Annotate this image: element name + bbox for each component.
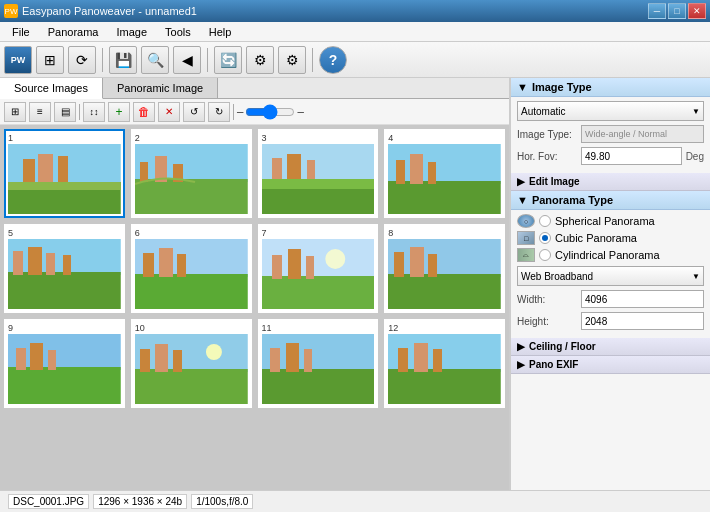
svg-rect-32 bbox=[177, 254, 186, 277]
main-content: Source Images Panoramic Image ⊞ ≡ ▤ ↕↕ +… bbox=[0, 78, 710, 490]
image-item-10[interactable]: 10 bbox=[131, 319, 252, 408]
image-type-triangle: ▼ bbox=[517, 81, 528, 93]
trash-button[interactable]: ✕ bbox=[158, 102, 180, 122]
image-num-7: 7 bbox=[262, 228, 375, 238]
height-input[interactable] bbox=[581, 312, 704, 330]
view-list-button[interactable]: ≡ bbox=[29, 102, 51, 122]
svg-rect-13 bbox=[272, 158, 282, 182]
edit-image-label: Edit Image bbox=[529, 176, 580, 187]
image-thumb-5 bbox=[8, 239, 121, 309]
share-button[interactable]: ◀ bbox=[173, 46, 201, 74]
svg-rect-40 bbox=[388, 274, 501, 309]
image-item-8[interactable]: 8 bbox=[384, 224, 505, 313]
save-button[interactable]: 💾 bbox=[109, 46, 137, 74]
image-item-3[interactable]: 3 bbox=[258, 129, 379, 218]
delete-button[interactable]: 🗑 bbox=[133, 102, 155, 122]
panorama-type-triangle: ▼ bbox=[517, 194, 528, 206]
zoom-slider-container: ─ ─ bbox=[237, 106, 304, 118]
web-broadband-select[interactable]: Web Broadband ▼ bbox=[517, 266, 704, 286]
svg-rect-3 bbox=[38, 154, 53, 184]
image-thumb-8 bbox=[388, 239, 501, 309]
image-item-1[interactable]: 1 bbox=[4, 129, 125, 218]
view-detail-button[interactable]: ▤ bbox=[54, 102, 76, 122]
image-item-6[interactable]: 6 bbox=[131, 224, 252, 313]
stitch-button[interactable]: 🔄 bbox=[214, 46, 242, 74]
spherical-radio-row: ○ Spherical Panorama bbox=[517, 214, 704, 228]
image-item-2[interactable]: 2 bbox=[131, 129, 252, 218]
menu-image[interactable]: Image bbox=[109, 24, 156, 40]
publish-button[interactable]: ⚙ bbox=[278, 46, 306, 74]
image-item-9[interactable]: 9 bbox=[4, 319, 125, 408]
svg-rect-39 bbox=[388, 239, 501, 277]
status-exposure: 1/100s,f/8.0 bbox=[191, 494, 253, 509]
tab-panoramic-image[interactable]: Panoramic Image bbox=[103, 78, 218, 98]
tab-source-images[interactable]: Source Images bbox=[0, 78, 103, 99]
web-broadband-label: Web Broadband bbox=[521, 271, 593, 282]
pano-exif-section[interactable]: ▶ Pano EXIF bbox=[511, 356, 710, 374]
image-item-5[interactable]: 5 bbox=[4, 224, 125, 313]
add-button[interactable]: + bbox=[108, 102, 130, 122]
grid-button[interactable]: ⊞ bbox=[36, 46, 64, 74]
svg-rect-26 bbox=[46, 253, 55, 275]
image-item-11[interactable]: 11 bbox=[258, 319, 379, 408]
separator-1 bbox=[102, 48, 103, 72]
ceiling-floor-triangle: ▶ bbox=[517, 341, 525, 352]
pw-logo-button[interactable]: PW bbox=[4, 46, 32, 74]
menu-file[interactable]: File bbox=[4, 24, 38, 40]
right-panel: ▼ Image Type Automatic ▼ Image Type: Hor… bbox=[510, 78, 710, 490]
app-icon: PW bbox=[4, 4, 18, 18]
image-num-5: 5 bbox=[8, 228, 121, 238]
menu-help[interactable]: Help bbox=[201, 24, 240, 40]
menu-tools[interactable]: Tools bbox=[157, 24, 199, 40]
svg-rect-58 bbox=[286, 343, 299, 372]
rotate-left-button[interactable]: ↺ bbox=[183, 102, 205, 122]
maximize-button[interactable]: □ bbox=[668, 3, 686, 19]
width-input[interactable] bbox=[581, 290, 704, 308]
pano-exif-triangle: ▶ bbox=[517, 359, 525, 370]
hor-fov-input[interactable] bbox=[581, 147, 682, 165]
ceiling-floor-label: Ceiling / Floor bbox=[529, 341, 596, 352]
image-type-row: Image Type: bbox=[517, 125, 704, 143]
image-grid-container[interactable]: 1 2 bbox=[0, 125, 509, 490]
spherical-radio[interactable] bbox=[539, 215, 551, 227]
separator-3 bbox=[312, 48, 313, 72]
svg-point-38 bbox=[325, 249, 345, 269]
image-item-7[interactable]: 7 bbox=[258, 224, 379, 313]
svg-rect-27 bbox=[63, 255, 71, 275]
automatic-arrow: ▼ bbox=[692, 107, 700, 116]
cylindrical-radio[interactable] bbox=[539, 249, 551, 261]
help-button[interactable]: ? bbox=[319, 46, 347, 74]
close-button[interactable]: ✕ bbox=[688, 3, 706, 19]
edit-image-section[interactable]: ▶ Edit Image bbox=[511, 173, 710, 191]
image-thumb-3 bbox=[262, 144, 375, 214]
svg-rect-25 bbox=[28, 247, 42, 275]
width-row: Width: bbox=[517, 290, 704, 308]
rotate-button[interactable]: ⟳ bbox=[68, 46, 96, 74]
settings-button[interactable]: ⚙ bbox=[246, 46, 274, 74]
tabs: Source Images Panoramic Image bbox=[0, 78, 509, 99]
image-type-field-label: Image Type: bbox=[517, 129, 577, 140]
cubic-radio[interactable] bbox=[539, 232, 551, 244]
image-item-4[interactable]: 4 bbox=[384, 129, 505, 218]
sort-button[interactable]: ↕↕ bbox=[83, 102, 105, 122]
minimize-button[interactable]: ─ bbox=[648, 3, 666, 19]
view-grid-button[interactable]: ⊞ bbox=[4, 102, 26, 122]
pano-exif-label: Pano EXIF bbox=[529, 359, 578, 370]
svg-rect-46 bbox=[16, 348, 26, 370]
automatic-label: Automatic bbox=[521, 106, 565, 117]
menu-panorama[interactable]: Panorama bbox=[40, 24, 107, 40]
image-thumb-2 bbox=[135, 144, 248, 214]
rotate-right-button[interactable]: ↻ bbox=[208, 102, 230, 122]
image-item-12[interactable]: 12 bbox=[384, 319, 505, 408]
ceiling-floor-section[interactable]: ▶ Ceiling / Floor bbox=[511, 338, 710, 356]
web-broadband-arrow: ▼ bbox=[692, 272, 700, 281]
cubic-radio-row: □ Cubic Panorama bbox=[517, 231, 704, 245]
zoom-out-button[interactable]: 🔍 bbox=[141, 46, 169, 74]
zoom-min-icon: ─ bbox=[237, 107, 243, 117]
image-num-11: 11 bbox=[262, 323, 375, 333]
zoom-slider[interactable] bbox=[245, 106, 295, 118]
image-thumb-4 bbox=[388, 144, 501, 214]
img-tb-sep-1 bbox=[79, 104, 80, 120]
image-type-label: Image Type bbox=[532, 81, 592, 93]
automatic-select[interactable]: Automatic ▼ bbox=[517, 101, 704, 121]
